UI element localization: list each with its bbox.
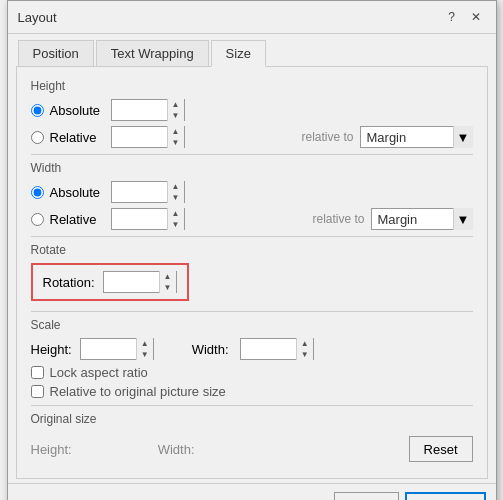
- tab-bar: Position Text Wrapping Size: [8, 34, 496, 66]
- title-controls: ? ✕: [442, 7, 486, 27]
- width-absolute-input[interactable]: 2.72": [112, 182, 167, 202]
- height-absolute-up[interactable]: ▲: [168, 99, 184, 110]
- height-margin-select-wrapper: Margin Page Top Margin Bottom Margin ▼: [360, 126, 473, 148]
- scale-section-label: Scale: [31, 318, 473, 332]
- width-absolute-down[interactable]: ▼: [168, 192, 184, 203]
- height-relative-up[interactable]: ▲: [168, 126, 184, 137]
- rotation-spinners: ▲ ▼: [159, 271, 176, 293]
- scale-height-input-wrapper: 100 % ▲ ▼: [80, 338, 154, 360]
- rotation-label: Rotation:: [43, 275, 95, 290]
- width-absolute-row: Absolute 2.72" ▲ ▼: [31, 181, 473, 203]
- title-bar: Layout ? ✕: [8, 1, 496, 34]
- width-relative-label: Relative: [50, 212, 105, 227]
- width-relative-down[interactable]: ▼: [168, 219, 184, 230]
- scale-width-label: Width:: [192, 342, 232, 357]
- scale-row: Height: 100 % ▲ ▼ Width: 100 % ▲ ▼: [31, 338, 473, 360]
- width-relative-row: Relative ▲ ▼ relative to Margin Page Lef…: [31, 208, 473, 230]
- scale-width-input[interactable]: 100 %: [241, 339, 296, 359]
- height-absolute-row: Absolute 0.42" ▲ ▼: [31, 99, 473, 121]
- height-relative-down[interactable]: ▼: [168, 137, 184, 148]
- height-section-label: Height: [31, 79, 473, 93]
- ok-button[interactable]: OK: [334, 492, 399, 500]
- width-absolute-input-wrapper: 2.72" ▲ ▼: [111, 181, 185, 203]
- dialog-title: Layout: [18, 10, 57, 25]
- height-absolute-down[interactable]: ▼: [168, 110, 184, 121]
- rotation-down[interactable]: ▼: [160, 282, 176, 293]
- width-margin-select-wrapper: Margin Page Left Margin Right Margin ▼: [371, 208, 473, 230]
- height-relative-to-group: relative to Margin Page Top Margin Botto…: [301, 126, 472, 148]
- relative-original-label: Relative to original picture size: [50, 384, 226, 399]
- orig-height-item: Height:: [31, 442, 138, 457]
- scale-width-up[interactable]: ▲: [297, 338, 313, 349]
- width-relative-up[interactable]: ▲: [168, 208, 184, 219]
- height-relative-spinners: ▲ ▼: [167, 126, 184, 148]
- rotate-divider: [31, 311, 473, 312]
- scale-height-down[interactable]: ▼: [137, 349, 153, 360]
- tab-size[interactable]: Size: [211, 40, 266, 67]
- width-relative-to-label: relative to: [312, 212, 364, 226]
- width-relative-radio[interactable]: [31, 213, 44, 226]
- original-size-row: Height: Width: Reset: [31, 432, 473, 466]
- height-absolute-radio[interactable]: [31, 104, 44, 117]
- width-section-label: Width: [31, 161, 473, 175]
- lock-aspect-label: Lock aspect ratio: [50, 365, 148, 380]
- cancel-button[interactable]: Cancel: [405, 492, 485, 500]
- rotation-box: Rotation: 0° ▲ ▼: [31, 263, 189, 301]
- rotation-input[interactable]: 0°: [104, 272, 159, 292]
- orig-height-label: Height:: [31, 442, 72, 457]
- button-bar: OK Cancel: [8, 483, 496, 500]
- scale-height-input[interactable]: 100 %: [81, 339, 136, 359]
- scale-width-input-wrapper: 100 % ▲ ▼: [240, 338, 314, 360]
- height-absolute-label: Absolute: [50, 103, 105, 118]
- orig-width-label: Width:: [158, 442, 195, 457]
- width-relative-input[interactable]: [112, 209, 167, 229]
- orig-width-item: Width:: [158, 442, 261, 457]
- height-absolute-input[interactable]: 0.42": [112, 100, 167, 120]
- original-size-section-label: Original size: [31, 412, 473, 426]
- lock-aspect-checkbox[interactable]: [31, 366, 44, 379]
- rotation-input-wrapper: 0° ▲ ▼: [103, 271, 177, 293]
- scale-width-group: Width: 100 % ▲ ▼: [192, 338, 314, 360]
- width-absolute-label: Absolute: [50, 185, 105, 200]
- width-absolute-up[interactable]: ▲: [168, 181, 184, 192]
- scale-width-spinners: ▲ ▼: [296, 338, 313, 360]
- height-divider: [31, 154, 473, 155]
- height-relative-to-label: relative to: [301, 130, 353, 144]
- reset-button[interactable]: Reset: [409, 436, 473, 462]
- relative-original-checkbox[interactable]: [31, 385, 44, 398]
- scale-height-spinners: ▲ ▼: [136, 338, 153, 360]
- scale-height-up[interactable]: ▲: [137, 338, 153, 349]
- close-button[interactable]: ✕: [466, 7, 486, 27]
- height-relative-label: Relative: [50, 130, 105, 145]
- width-divider: [31, 236, 473, 237]
- tab-text-wrapping[interactable]: Text Wrapping: [96, 40, 209, 66]
- width-relative-input-wrapper: ▲ ▼: [111, 208, 185, 230]
- lock-aspect-row: Lock aspect ratio: [31, 365, 473, 380]
- height-absolute-spinners: ▲ ▼: [167, 99, 184, 121]
- rotation-up[interactable]: ▲: [160, 271, 176, 282]
- tab-content-size: Height Absolute 0.42" ▲ ▼ Relative ▲ ▼: [16, 66, 488, 479]
- relative-original-row: Relative to original picture size: [31, 384, 473, 399]
- width-relative-to-group: relative to Margin Page Left Margin Righ…: [312, 208, 472, 230]
- height-relative-row: Relative ▲ ▼ relative to Margin Page Top…: [31, 126, 473, 148]
- tab-position[interactable]: Position: [18, 40, 94, 66]
- scale-divider: [31, 405, 473, 406]
- rotate-section-label: Rotate: [31, 243, 473, 257]
- height-margin-select[interactable]: Margin Page Top Margin Bottom Margin: [360, 126, 473, 148]
- layout-dialog: Layout ? ✕ Position Text Wrapping Size H…: [7, 0, 497, 500]
- height-absolute-input-wrapper: 0.42" ▲ ▼: [111, 99, 185, 121]
- height-relative-input-wrapper: ▲ ▼: [111, 126, 185, 148]
- help-button[interactable]: ?: [442, 7, 462, 27]
- height-relative-radio[interactable]: [31, 131, 44, 144]
- rotate-row: Rotation: 0° ▲ ▼: [31, 263, 473, 305]
- height-relative-input[interactable]: [112, 127, 167, 147]
- width-absolute-radio[interactable]: [31, 186, 44, 199]
- scale-width-down[interactable]: ▼: [297, 349, 313, 360]
- width-absolute-spinners: ▲ ▼: [167, 181, 184, 203]
- width-relative-spinners: ▲ ▼: [167, 208, 184, 230]
- scale-height-label: Height:: [31, 342, 72, 357]
- width-margin-select[interactable]: Margin Page Left Margin Right Margin: [371, 208, 473, 230]
